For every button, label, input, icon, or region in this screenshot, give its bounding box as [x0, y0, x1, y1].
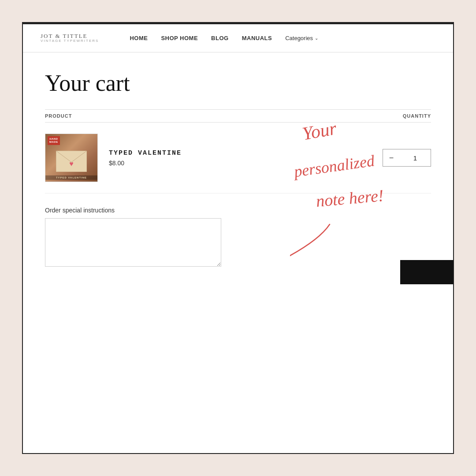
checkout-button[interactable] — [400, 260, 453, 284]
nav-shop-home[interactable]: SHOP HOME — [161, 35, 198, 41]
quantity-stepper[interactable]: − 1 — [383, 149, 431, 167]
svg-text:♥: ♥ — [69, 160, 74, 167]
instructions-label: Order special instructions — [45, 207, 431, 214]
product-info: TYPED VALENTINE $8.00 — [109, 149, 182, 167]
page-wrapper: JOT & TITTLE VINTAGE TYPEWRITERS HOME SH… — [22, 22, 454, 454]
cart-item-left: HANDMADE ♥ TYPED VALENTINE — [45, 134, 182, 182]
cart-item: HANDMADE ♥ TYPED VALENTINE — [45, 123, 431, 193]
product-name: TYPED VALENTINE — [109, 149, 182, 157]
logo-subtitle: VINTAGE TYPEWRITERS — [41, 39, 99, 43]
logo-title: JOT & TITTLE — [41, 33, 99, 39]
product-price: $8.00 — [109, 160, 182, 167]
cart-title: Your cart — [45, 70, 431, 96]
envelope-shape: ♥ — [56, 151, 87, 172]
nav-home[interactable]: HOME — [130, 35, 148, 41]
checkout-button-area — [400, 260, 453, 286]
col-product: PRODUCT — [45, 113, 72, 119]
logo[interactable]: JOT & TITTLE VINTAGE TYPEWRITERS — [41, 33, 99, 43]
quantity-value: 1 — [400, 154, 431, 162]
product-image-label: TYPED VALENTINE — [45, 175, 97, 180]
product-image: HANDMADE ♥ TYPED VALENTINE — [45, 134, 98, 182]
main-nav: HOME SHOP HOME BLOG MANUALS Categories ⌄ — [130, 35, 318, 41]
cart-table-header: PRODUCT QUANTITY — [45, 109, 431, 123]
main-content: Your cart PRODUCT QUANTITY HANDMADE — [23, 52, 453, 286]
categories-label: Categories — [285, 35, 313, 41]
instructions-textarea[interactable] — [45, 218, 221, 267]
chevron-down-icon: ⌄ — [315, 36, 318, 41]
nav-manuals[interactable]: MANUALS — [242, 35, 272, 41]
handmade-badge: HANDMADE — [48, 136, 60, 145]
site-header: JOT & TITTLE VINTAGE TYPEWRITERS HOME SH… — [23, 24, 453, 52]
nav-blog[interactable]: BLOG — [211, 35, 229, 41]
product-image-inner: HANDMADE ♥ TYPED VALENTINE — [45, 134, 97, 182]
instructions-section: Order special instructions — [45, 207, 431, 268]
quantity-decrease-button[interactable]: − — [383, 149, 400, 167]
col-quantity: QUANTITY — [403, 113, 431, 119]
nav-categories[interactable]: Categories ⌄ — [285, 35, 318, 41]
